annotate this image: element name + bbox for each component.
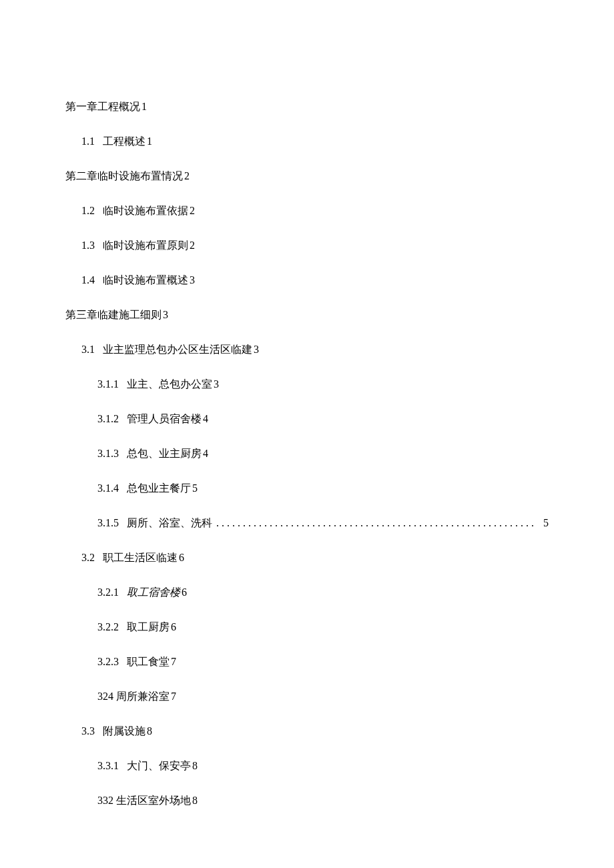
toc-entry-text: 第三章临建施工细则	[65, 307, 162, 323]
toc-entry-number: 3.2	[81, 550, 95, 566]
toc-entry-20: 332 生活区室外场地8	[65, 793, 549, 809]
toc-entry-number: 3.1	[81, 342, 95, 358]
toc-entry-page: 7	[171, 689, 176, 705]
toc-entry-page: 8	[192, 758, 198, 774]
toc-entry-page: 2	[184, 168, 190, 184]
toc-entry-page: 4	[203, 446, 208, 462]
toc-entry-page: 6	[171, 619, 176, 635]
toc-entry-page: 1	[147, 133, 152, 149]
toc-entry-10: 3.1.3总包、业主厨房4	[65, 446, 549, 462]
toc-entry-text: 第二章临时设施布置情况	[65, 168, 183, 184]
toc-entry-text: 业主、总包办公室	[127, 376, 212, 392]
toc-entry-text: 职工生活区临速	[103, 550, 178, 566]
toc-entry-1: 1.1工程概述1	[65, 133, 549, 149]
toc-entry-page: 6	[182, 584, 187, 600]
toc-entry-16: 3.2.3职工食堂7	[65, 654, 549, 670]
toc-entry-number: 3.2.3	[97, 654, 119, 670]
toc-entry-text: 职工食堂	[127, 654, 170, 670]
toc-entry-17: 324 周所兼浴室7	[65, 689, 549, 705]
toc-entry-text: 总包业主餐厅	[127, 480, 191, 496]
toc-entry-text: 临时设施布置概述	[103, 272, 188, 288]
toc-entry-text: 取工厨房	[127, 619, 170, 635]
toc-entry-page: 1	[141, 99, 147, 115]
toc-entry-page: 5	[543, 515, 549, 531]
toc-entry-number: 1.1	[81, 133, 95, 149]
toc-entry-number: 3.1.4	[97, 480, 119, 496]
toc-entry-0: 第一章工程概况1	[65, 99, 549, 115]
toc-entry-14: 3.2.1取工宿舍楼6	[65, 584, 549, 600]
toc-entry-number: 3.1.5	[97, 515, 119, 531]
toc-entry-page: 2	[190, 238, 195, 254]
toc-dots: ........................................…	[216, 515, 539, 531]
toc-entry-page: 8	[147, 723, 152, 739]
toc-entry-text: 厕所、浴室、洗科	[127, 515, 212, 531]
toc-entry-11: 3.1.4总包业主餐厅5	[65, 480, 549, 496]
toc-entry-15: 3.2.2取工厨房6	[65, 619, 549, 635]
toc-entry-3: 1.2临时设施布置依据2	[65, 203, 549, 219]
toc-entry-page: 7	[171, 654, 176, 670]
toc-entry-9: 3.1.2管理人员宿舍楼4	[65, 411, 549, 427]
toc-entry-number: 3.2.2	[97, 619, 119, 635]
toc-entry-text: 附属设施	[103, 723, 145, 739]
toc-entry-6: 第三章临建施工细则3	[65, 307, 549, 323]
toc-entry-text: 业主监理总包办公区生活区临建	[103, 342, 252, 358]
toc-entry-page: 5	[192, 480, 198, 496]
toc-entry-text: 临时设施布置原则	[103, 238, 188, 254]
toc-entry-page: 2	[190, 203, 195, 219]
toc-entry-18: 3.3附属设施8	[65, 723, 549, 739]
toc-entry-2: 第二章临时设施布置情况2	[65, 168, 549, 184]
toc-entry-number: 1.2	[81, 203, 95, 219]
toc-entry-8: 3.1.1业主、总包办公室3	[65, 376, 549, 392]
toc-entry-text: 总包、业主厨房	[127, 446, 202, 462]
toc-entry-19: 3.3.1大门、保安亭8	[65, 758, 549, 774]
toc-entry-12: 3.1.5厕所、浴室、洗科...........................…	[65, 515, 549, 531]
toc-entry-page: 3	[163, 307, 168, 323]
toc-entry-5: 1.4临时设施布置概述3	[65, 272, 549, 288]
toc-entry-number: 1.4	[81, 272, 95, 288]
toc-entry-page: 3	[214, 376, 219, 392]
toc-entry-page: 6	[179, 550, 184, 566]
toc-entry-text: 324 周所兼浴室	[97, 689, 170, 705]
toc-entry-13: 3.2职工生活区临速6	[65, 550, 549, 566]
toc-entry-page: 8	[192, 793, 198, 809]
toc-entry-number: 3.3.1	[97, 758, 119, 774]
toc-entry-text: 工程概述	[103, 133, 145, 149]
toc-entry-text: 临时设施布置依据	[103, 203, 188, 219]
toc-entry-text: 管理人员宿舍楼	[127, 411, 202, 427]
toc-entry-number: 3.3	[81, 723, 95, 739]
toc-entry-text: 取工宿舍楼	[127, 584, 180, 600]
toc-entry-page: 3	[254, 342, 259, 358]
toc-entry-number: 3.2.1	[97, 584, 119, 600]
toc-entry-4: 1.3临时设施布置原则2	[65, 238, 549, 254]
toc-entry-7: 3.1业主监理总包办公区生活区临建3	[65, 342, 549, 358]
toc-entry-page: 3	[190, 272, 195, 288]
toc-entry-number: 3.1.3	[97, 446, 119, 462]
toc-entry-number: 3.1.2	[97, 411, 119, 427]
toc-entry-text: 大门、保安亭	[127, 758, 191, 774]
toc-entry-text: 332 生活区室外场地	[97, 793, 191, 809]
toc-entry-number: 1.3	[81, 238, 95, 254]
toc-container: 第一章工程概况11.1工程概述1第二章临时设施布置情况21.2临时设施布置依据2…	[65, 99, 549, 809]
toc-entry-page: 4	[203, 411, 208, 427]
toc-entry-number: 3.1.1	[97, 376, 119, 392]
toc-entry-text: 第一章工程概况	[65, 99, 140, 115]
